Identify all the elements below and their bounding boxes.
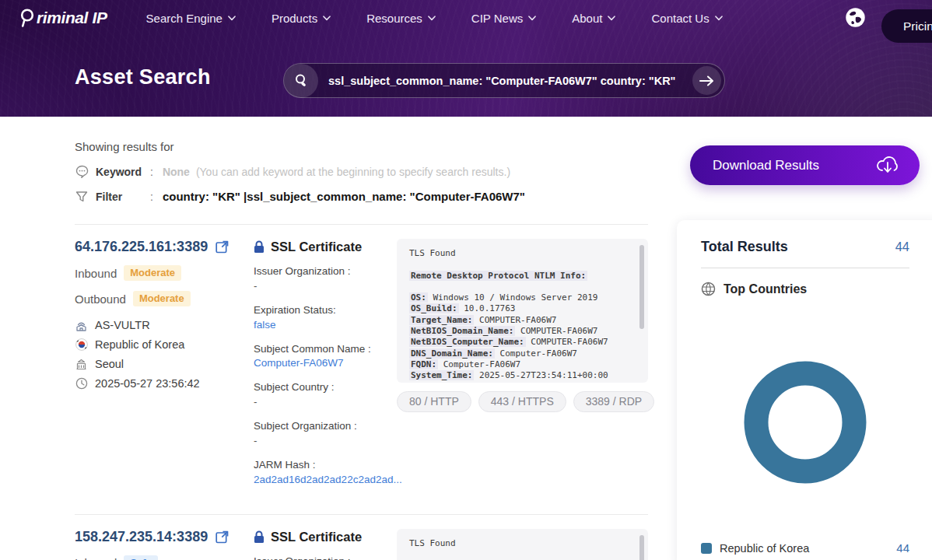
nav-item-label: Resources [366, 12, 422, 25]
open-ports-list: 80 / HTTP 443 / HTTPS 3389 / RDP [397, 391, 648, 412]
service-banner-output[interactable]: TLS Found Remote Desktop Protocol NTLM I… [397, 239, 648, 383]
globe-outline-icon [701, 282, 716, 296]
timestamp-row: 2025-05-27 23:56:42 [75, 377, 254, 390]
ip-address-link[interactable]: 158.247.235.14:3389 [75, 529, 208, 545]
clock-icon [75, 377, 88, 390]
page: riminal IP Search Engine Products Resour… [0, 0, 932, 560]
chevron-down-icon [323, 16, 331, 21]
banner-text: TLS Found [409, 538, 456, 548]
city-row: Seoul [75, 358, 254, 370]
ssl-field: Issuer Organization : - [254, 555, 397, 560]
banner-line: NetBIOS_Computer_Name: COMPUTER-FA06W7 [409, 337, 632, 348]
country-value: Republic of Korea [95, 338, 184, 351]
banner-line: DNS_Domain_Name: Computer-FA06W7 [409, 348, 632, 359]
banner-line: FQDN: Computer-FA06W7 [409, 359, 632, 370]
filter-value: country: "KR" |ssl_subject_common_name: … [163, 190, 525, 203]
legend-value: 44 [896, 541, 909, 555]
external-link-icon[interactable] [215, 530, 229, 544]
banner-key: OS: [409, 292, 428, 303]
service-banner-output[interactable]: TLS Found Remote Desktop Protocol NTLM I… [397, 529, 648, 560]
nav-item-label: Search Engine [146, 12, 222, 25]
summary-panel: Total Results 44 Top Countries Republic … [677, 220, 932, 560]
keyword-label: Keyword [96, 166, 144, 178]
results-area: Showing results for Keyword : None (You … [75, 117, 648, 560]
filter-row: Filter : country: "KR" |ssl_subject_comm… [75, 190, 648, 203]
ssl-field-value: - [254, 279, 397, 294]
banner-key: Target_Name: [409, 315, 474, 325]
asset-search-bar[interactable]: ssl_subject_common_name: "Computer-FA06W… [283, 63, 725, 98]
banner-text: COMPUTER-FA06W7 [474, 315, 556, 325]
search-input[interactable]: ssl_subject_common_name: "Computer-FA06W… [328, 75, 675, 87]
banner-column: TLS Found Remote Desktop Protocol NTLM I… [397, 529, 648, 560]
building-icon [75, 359, 88, 370]
download-results-button[interactable]: Download Results [690, 145, 920, 185]
results-list: 64.176.225.161:3389 Inbound Moderate Out… [75, 225, 648, 560]
pricing-button[interactable]: Pricing [881, 9, 932, 43]
external-link-icon[interactable] [215, 240, 229, 254]
magnifier-logo-icon [19, 8, 35, 28]
nav-menu-item[interactable]: Resources [366, 12, 436, 25]
nav-menu-item[interactable]: Products [272, 12, 331, 25]
total-results-row: Total Results 44 [701, 239, 909, 255]
ssl-field-value[interactable]: 2ad2ad16d2ad2ad22c2ad2ad... [254, 473, 397, 488]
ssl-field-value: - [254, 434, 397, 449]
inbound-score-row: Inbound Moderate [75, 265, 254, 281]
city-value: Seoul [95, 358, 124, 370]
site-header: riminal IP Search Engine Products Resour… [0, 0, 932, 117]
inbound-label: Inbound [75, 267, 117, 280]
ssl-field-label: Issuer Organization : [254, 264, 397, 279]
banner-key: FQDN: [409, 359, 438, 369]
banner-scrollbar-thumb[interactable] [639, 535, 644, 560]
banner-text: TLS Found [409, 248, 456, 258]
ip-address-link[interactable]: 64.176.225.161:3389 [75, 239, 208, 255]
nav-menu-item[interactable]: Contact Us [651, 12, 722, 25]
ssl-certificate-column: SSL Certificate Issuer Organization : - … [254, 529, 397, 560]
keyword-row: Keyword : None (You can add keyword at t… [75, 165, 648, 178]
ssl-field-label: JARM Hash : [254, 458, 397, 473]
search-icon[interactable] [284, 64, 318, 98]
chart-legend: Republic of Korea 44 [701, 541, 932, 555]
ssl-certificate-column: SSL Certificate Issuer Organization : - … [254, 239, 397, 497]
ssl-field-label: Subject Organization : [254, 419, 397, 434]
banner-text: Windows 10 / Windows Server 2019 [428, 292, 598, 303]
banner-line: NetBIOS_Domain_Name: COMPUTER-FA06W7 [409, 326, 632, 337]
asn-value: AS-VULTR [95, 319, 150, 331]
search-submit-arrow-icon[interactable] [692, 66, 721, 95]
ssl-field-value: - [254, 395, 397, 410]
banner-key: DNS_Domain_Name: [409, 348, 495, 359]
banner-line [409, 549, 632, 560]
ssl-field: JARM Hash : 2ad2ad16d2ad2ad22c2ad2ad... [254, 458, 397, 488]
nav-item-label: Products [272, 12, 317, 25]
banner-key: System_Time: [409, 370, 474, 380]
nav-item-label: About [572, 12, 602, 25]
language-globe-icon[interactable] [845, 7, 866, 28]
port-badge: 80 / HTTP [397, 391, 471, 412]
page-title: Asset Search [75, 65, 211, 89]
ssl-field: Expiration Status: false [254, 303, 397, 333]
chevron-down-icon [428, 16, 436, 21]
timestamp-value: 2025-05-27 23:56:42 [95, 377, 200, 390]
lock-icon [254, 530, 265, 544]
nav-menu-item[interactable]: About [572, 12, 615, 25]
banner-line: TLS Found [409, 538, 632, 549]
outbound-score-badge: Moderate [133, 291, 191, 306]
chevron-down-icon [228, 16, 236, 21]
nav-menu-item[interactable]: Search Engine [146, 12, 236, 25]
total-results-value: 44 [895, 240, 909, 254]
as-network-icon [75, 320, 88, 331]
donut-segment-republic-of-korea[interactable] [756, 373, 854, 471]
result-card: 158.247.235.14:3389 Inbound Safe Outboun… [75, 514, 648, 560]
nav-menu-item[interactable]: CIP News [471, 12, 536, 25]
banner-scrollbar-thumb[interactable] [639, 245, 644, 329]
pricing-label: Pricing [903, 19, 932, 33]
top-nav: riminal IP Search Engine Products Resour… [0, 0, 932, 36]
legend-item: Republic of Korea 44 [701, 541, 909, 555]
ssl-field: Subject Organization : - [254, 419, 397, 449]
ssl-field-value[interactable]: Computer-FA06W7 [254, 356, 397, 371]
ssl-field-value[interactable]: false [254, 318, 397, 333]
banner-line: Remote Desktop Protocol NTLM Info: [409, 271, 632, 282]
port-badge: 3389 / RDP [573, 391, 654, 412]
criminal-ip-logo[interactable]: riminal IP [19, 8, 107, 28]
asn-row: AS-VULTR [75, 319, 254, 331]
port-badge: 443 / HTTPS [478, 391, 566, 412]
